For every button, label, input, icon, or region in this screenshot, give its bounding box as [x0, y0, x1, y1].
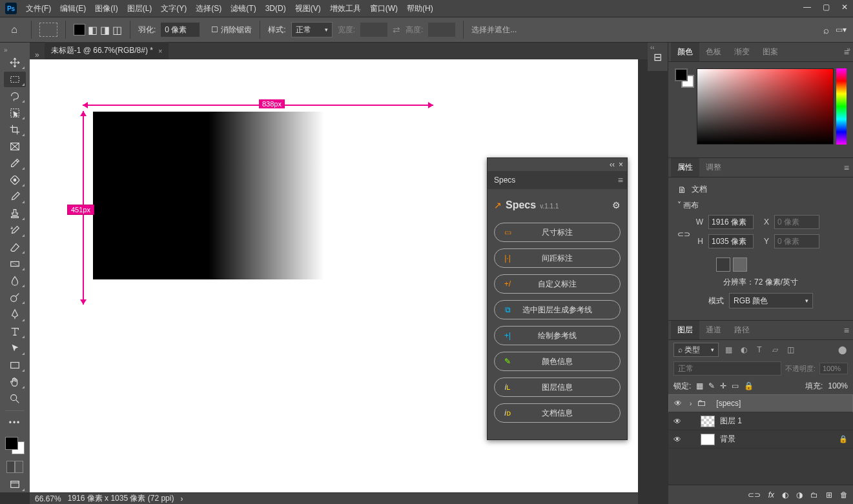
healing-tool[interactable] — [4, 172, 26, 188]
object-select-tool[interactable] — [4, 105, 26, 121]
panel-menu-icon[interactable]: ≡ — [844, 325, 849, 336]
filter-shape-icon[interactable]: ▱ — [769, 345, 781, 354]
foreground-background-color[interactable] — [5, 437, 25, 455]
specs-drawguides-button[interactable]: +|绘制参考线 — [494, 326, 621, 345]
lock-icon[interactable]: 🔒 — [839, 435, 848, 443]
filter-image-icon[interactable]: ▦ — [723, 345, 734, 354]
tab-layers[interactable]: 图层 — [671, 321, 699, 339]
visibility-icon[interactable]: 👁 — [674, 399, 684, 408]
menu-type[interactable]: 文字(Y) — [161, 3, 187, 14]
lock-pixels-icon[interactable]: ▦ — [696, 381, 703, 390]
mode-select[interactable]: RGB 颜色▾ — [729, 293, 813, 308]
menu-filter[interactable]: 滤镜(T) — [231, 3, 256, 14]
stamp-tool[interactable] — [4, 206, 26, 221]
status-chevron[interactable]: › — [180, 494, 183, 503]
specs-layerinfo-button[interactable]: iʟ图层信息 — [494, 378, 621, 397]
intersect-selection-icon[interactable]: ◫ — [112, 24, 122, 36]
path-select-tool[interactable] — [4, 341, 26, 356]
specs-tab[interactable]: Specs — [494, 176, 515, 185]
opacity-input[interactable]: 100% — [819, 363, 848, 374]
canvas-section[interactable]: ˅ 画布 — [677, 200, 844, 211]
minimize-icon[interactable]: — — [803, 3, 811, 12]
menu-layer[interactable]: 图层(L) — [127, 3, 152, 14]
panel-menu-icon[interactable]: ≡ — [844, 163, 849, 173]
type-tool[interactable] — [4, 324, 26, 339]
rectangle-tool[interactable] — [4, 358, 26, 373]
menu-image[interactable]: 图像(I) — [95, 3, 118, 14]
tab-paths[interactable]: 路径 — [728, 321, 756, 339]
tab-color[interactable]: 颜色 — [671, 43, 699, 61]
color-field[interactable] — [697, 68, 834, 145]
crop-tool[interactable] — [4, 122, 26, 137]
fill-input[interactable]: 100% — [828, 381, 848, 390]
tab-properties[interactable]: 属性 — [671, 158, 699, 177]
blend-mode-select[interactable]: 正常 — [673, 361, 781, 376]
filter-smart-icon[interactable]: ◫ — [785, 345, 796, 354]
panel-menu-icon[interactable]: ≡ — [844, 47, 849, 57]
quickmask-toggle[interactable] — [6, 461, 23, 472]
specs-color-button[interactable]: ✎颜色信息 — [494, 352, 621, 371]
workspace-icon[interactable]: ▭▾ — [836, 25, 847, 34]
tab-adjustments[interactable]: 调整 — [699, 158, 728, 177]
menu-3d[interactable]: 3D(D) — [265, 4, 286, 13]
feather-input[interactable] — [161, 23, 200, 37]
layer-1[interactable]: 👁 图层 1 — [668, 412, 853, 430]
color-fgbg[interactable] — [675, 68, 694, 88]
specs-guides-button[interactable]: ⧉选中图层生成参考线 — [494, 300, 621, 319]
search-icon[interactable]: ⌕ — [823, 25, 829, 35]
panel-dock-collapsed[interactable]: ‹‹ ⊟ — [648, 43, 668, 71]
screenmode-toggle[interactable] — [4, 477, 26, 492]
select-mask-button[interactable]: 选择并遮住... — [471, 25, 517, 35]
add-selection-icon[interactable]: ◧ — [88, 24, 98, 36]
menu-view[interactable]: 视图(V) — [295, 3, 321, 14]
tabs-chevron[interactable]: » — [30, 50, 45, 59]
selection-mode[interactable]: ◧ ◨ ◫ — [74, 24, 122, 36]
zoom-level[interactable]: 66.67% — [35, 494, 61, 503]
specs-dimension-button[interactable]: ▭尺寸标注 — [494, 223, 621, 242]
expand-icon[interactable]: › — [690, 400, 692, 407]
edit-toolbar[interactable]: ••• — [4, 415, 26, 430]
visibility-icon[interactable]: 👁 — [673, 435, 684, 444]
tab-gradients[interactable]: 渐变 — [728, 43, 756, 61]
eraser-tool[interactable] — [4, 239, 26, 255]
landscape-icon[interactable] — [733, 257, 747, 272]
hue-slider[interactable] — [836, 68, 847, 145]
doc-dimensions[interactable]: 1916 像素 x 1035 像素 (72 ppi) — [68, 493, 174, 504]
portrait-icon[interactable] — [716, 257, 730, 272]
home-button[interactable]: ⌂ — [5, 21, 23, 39]
specs-spacing-button[interactable]: |·|间距标注 — [494, 248, 621, 268]
specs-custom-button[interactable]: +/自定义标注 — [494, 274, 621, 294]
blur-tool[interactable] — [4, 273, 26, 288]
lock-brush-icon[interactable]: ✎ — [708, 381, 715, 390]
tab-swatches[interactable]: 色板 — [699, 43, 728, 61]
panel-collapse-icon[interactable]: ‹‹ — [610, 160, 615, 169]
lock-artboard-icon[interactable]: ▭ — [732, 381, 739, 390]
layer-filter-select[interactable]: ⌕ 类型▾ — [673, 343, 719, 357]
ruler-icon[interactable]: ⊟ — [653, 51, 662, 63]
maximize-icon[interactable]: ▢ — [823, 3, 830, 12]
tab-close-icon[interactable]: × — [158, 47, 162, 55]
canvas[interactable]: 838px 451px ‹‹× Specs≡ ↗ Specs v.1.1.1 ⚙… — [30, 59, 638, 492]
link-icon[interactable]: ⊂⊃ — [677, 230, 690, 239]
gradient-tool[interactable] — [4, 256, 26, 272]
zoom-tool[interactable] — [4, 391, 26, 407]
eyedropper-tool[interactable] — [4, 156, 26, 171]
toolbar-chevron[interactable]: » — [4, 46, 8, 54]
tool-preset[interactable] — [39, 23, 57, 37]
visibility-icon[interactable]: 👁 — [673, 417, 684, 426]
menu-edit[interactable]: 编辑(E) — [60, 3, 86, 14]
filter-toggle[interactable]: ⬤ — [836, 345, 848, 354]
history-brush-tool[interactable] — [4, 223, 26, 238]
delete-icon[interactable]: 🗑 — [840, 490, 848, 499]
hand-tool[interactable] — [4, 374, 26, 390]
mask-icon[interactable]: ◐ — [782, 490, 788, 499]
layer-name[interactable]: [specs] — [716, 399, 741, 408]
orientation-buttons[interactable] — [716, 257, 844, 272]
canvas-width-input[interactable] — [708, 215, 754, 229]
adjustment-icon[interactable]: ◑ — [796, 490, 803, 499]
filter-type-icon[interactable]: T — [754, 345, 765, 354]
fx-icon[interactable]: fx — [768, 490, 774, 499]
group-icon[interactable]: 🗀 — [810, 490, 818, 499]
tab-channels[interactable]: 通道 — [699, 321, 728, 339]
gear-icon[interactable]: ⚙ — [612, 200, 621, 210]
